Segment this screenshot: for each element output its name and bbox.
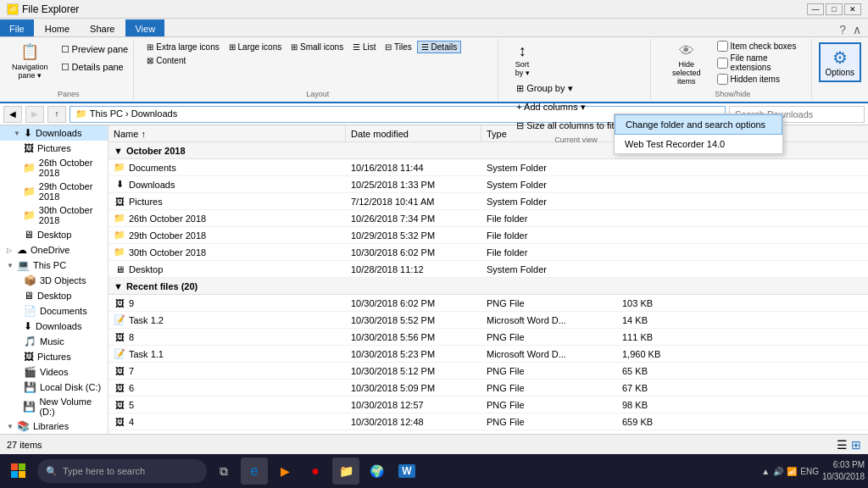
tray-expand-icon[interactable]: ▲ xyxy=(761,467,770,476)
taskbar-vlc-button[interactable]: ▶ xyxy=(271,458,298,485)
taskbar-word-button[interactable]: W xyxy=(393,458,420,485)
sidebar-item-documents[interactable]: 📄 Documents xyxy=(0,303,108,319)
file-type: PNG File xyxy=(481,366,617,376)
sidebar-item-26oct[interactable]: 📁 26th October 2018 xyxy=(0,156,108,180)
tab-share[interactable]: Share xyxy=(81,19,124,36)
sidebar-item-3dobjects[interactable]: 📦 3D Objects xyxy=(0,273,108,288)
tiles-button[interactable]: ⊟ Tiles xyxy=(381,41,415,53)
sidebar-item-localc[interactable]: 💾 Local Disk (C:) xyxy=(0,380,108,395)
svg-rect-1 xyxy=(19,463,25,470)
task-view-button[interactable]: ⧉ xyxy=(210,458,237,485)
table-row[interactable]: 🖼8 10/30/2018 5:56 PM PNG File 111 KB xyxy=(108,329,868,346)
table-row[interactable]: 📁26th October 2018 10/26/2018 7:34 PM Fi… xyxy=(108,210,868,227)
volume-icon[interactable]: 🔊 xyxy=(773,467,783,476)
tab-file[interactable]: File xyxy=(0,19,34,36)
preview-pane-button[interactable]: ☐ Preview pane xyxy=(55,41,135,58)
minimize-button[interactable]: — xyxy=(807,3,824,15)
table-row[interactable]: 🖼5 10/30/2018 12:57 PNG File 98 KB xyxy=(108,396,868,413)
sidebar-item-videos[interactable]: 🎬 Videos xyxy=(0,364,108,380)
table-row[interactable]: 🖼3 10/30/2018 12:47 PNG File 40 KB xyxy=(108,430,868,434)
table-row[interactable]: 🖼9 10/30/2018 6:02 PM PNG File 103 KB xyxy=(108,295,868,312)
list-button[interactable]: ☰ List xyxy=(348,41,380,53)
taskbar-edge-button[interactable]: e xyxy=(241,458,268,485)
file-size: 111 KB xyxy=(617,332,702,342)
details-pane-button[interactable]: ☐ Details pane xyxy=(55,58,135,75)
table-row[interactable]: 📁30th October 2018 10/30/2018 6:02 PM Fi… xyxy=(108,244,868,261)
table-row[interactable]: 🖼7 10/30/2018 5:12 PM PNG File 65 KB xyxy=(108,363,868,380)
sidebar-item-downloads[interactable]: ▼ ⬇ Downloads xyxy=(0,125,108,141)
sidebar-item-29oct[interactable]: 📁 29th October 2018 xyxy=(0,180,108,203)
file-name-extensions-checkbox[interactable] xyxy=(717,58,728,69)
sidebar-item-desktop[interactable]: 🖥 Desktop xyxy=(0,288,108,303)
taskbar-chrome-button[interactable]: 🌍 xyxy=(363,458,390,485)
file-modified: 10/30/2018 12:47 xyxy=(346,434,481,435)
file-modified: 10/28/2018 11:12 xyxy=(346,264,481,274)
table-row[interactable]: 📝Task 1.1 10/30/2018 5:23 PM Microsoft W… xyxy=(108,346,868,363)
small-icons-button[interactable]: ⊞ Small icons xyxy=(287,41,348,53)
sidebar-item-libraries[interactable]: ▼ 📚 Libraries xyxy=(0,419,108,434)
table-row[interactable]: 📝Task 1.2 10/30/2018 5:52 PM Microsoft W… xyxy=(108,312,868,329)
list-view-button[interactable]: ☰ xyxy=(837,438,848,452)
file-modified: 10/30/2018 12:48 xyxy=(346,417,481,427)
group-by-button[interactable]: ⊞ Group by ▾ xyxy=(510,80,620,97)
table-row[interactable]: 📁Documents 10/16/2018 11:44 System Folde… xyxy=(108,159,868,176)
sort-by-button[interactable]: ↕ Sortby ▾ xyxy=(507,41,537,79)
file-modified: 10/30/2018 5:52 PM xyxy=(346,315,481,325)
help-button[interactable]: ? xyxy=(839,23,846,36)
documents-icon: 📄 xyxy=(24,305,36,317)
file-name-extensions-toggle[interactable]: File name extensions xyxy=(717,53,806,72)
forward-button[interactable]: ▶ xyxy=(25,106,44,123)
nav-pane-button[interactable]: 📋 Navigationpane ▾ xyxy=(8,41,52,81)
add-columns-button[interactable]: + Add columns ▾ xyxy=(510,98,620,115)
taskbar-app1-button[interactable]: ● xyxy=(302,458,329,485)
sidebar-item-pictures2[interactable]: 🖼 Pictures xyxy=(0,349,108,364)
start-button[interactable] xyxy=(3,456,34,486)
sidebar-item-newvol[interactable]: 💾 New Volume (D:) xyxy=(0,395,108,419)
sidebar-item-pictures[interactable]: 🖼 Pictures xyxy=(0,141,108,156)
tab-home[interactable]: Home xyxy=(36,19,79,36)
taskbar-explorer-button[interactable]: 📁 xyxy=(332,458,359,485)
table-row[interactable]: 🖼Pictures 7/12/2018 10:41 AM System Fold… xyxy=(108,193,868,210)
taskbar: 🔍 Type here to search ⧉ e ▶ ● 📁 🌍 W ▲ 🔊 … xyxy=(0,454,868,488)
up-button[interactable]: ↑ xyxy=(47,106,66,123)
options-button[interactable]: ⚙ Options xyxy=(819,42,861,82)
hidden-items-checkbox[interactable] xyxy=(717,74,728,85)
tab-view[interactable]: View xyxy=(125,19,164,36)
section-recent-files[interactable]: ▼ Recent files (20) xyxy=(108,278,868,295)
web-test-recorder-item[interactable]: Web Test Recorder 14.0 xyxy=(615,135,782,153)
table-row[interactable]: 🖼4 10/30/2018 12:48 PNG File 659 KB xyxy=(108,413,868,430)
table-row[interactable]: 📁29th October 2018 10/29/2018 5:32 PM Fi… xyxy=(108,227,868,244)
sidebar-item-onedrive[interactable]: ▷ ☁ OneDrive xyxy=(0,242,108,258)
sidebar-item-desktop-top[interactable]: 🖥 Desktop xyxy=(0,227,108,242)
change-folder-search-options-item[interactable]: Change folder and search options xyxy=(615,114,782,135)
size-all-columns-button[interactable]: ⊟ Size all columns to fit xyxy=(510,117,620,134)
hidden-items-toggle[interactable]: Hidden items xyxy=(717,74,806,85)
taskbar-search[interactable]: 🔍 Type here to search xyxy=(37,459,207,483)
col-header-modified[interactable]: Date modified xyxy=(346,125,481,141)
sidebar-item-thispc[interactable]: ▼ 💻 This PC xyxy=(0,258,108,273)
expand-ribbon-button[interactable]: ∧ xyxy=(853,23,861,36)
sidebar-item-30oct[interactable]: 📁 30th October 2018 xyxy=(0,203,108,227)
close-button[interactable]: ✕ xyxy=(844,3,861,15)
table-row[interactable]: ⬇Downloads 10/25/2018 1:33 PM System Fol… xyxy=(108,176,868,193)
back-button[interactable]: ◀ xyxy=(3,106,22,123)
sidebar-item-music[interactable]: 🎵 Music xyxy=(0,334,108,349)
hide-selected-button[interactable]: 👁 Hide selecteditems xyxy=(659,41,714,87)
file-type: PNG File xyxy=(481,417,617,427)
content-button[interactable]: ⊠ Content xyxy=(142,54,190,67)
taskbar-clock[interactable]: 6:03 PM 10/30/2018 xyxy=(822,459,865,483)
file-name: 📁30th October 2018 xyxy=(108,247,346,258)
folder-icon: 📁 xyxy=(114,213,125,225)
grid-view-button[interactable]: ⊞ xyxy=(851,438,861,452)
table-row[interactable]: 🖥Desktop 10/28/2018 11:12 System Folder xyxy=(108,261,868,278)
maximize-button[interactable]: □ xyxy=(826,3,843,15)
large-icons-button[interactable]: ⊞ Large icons xyxy=(225,41,286,53)
details-button[interactable]: ☰ Details xyxy=(417,41,461,53)
item-checkboxes-toggle[interactable]: Item check boxes xyxy=(717,41,806,52)
network-icon[interactable]: 📶 xyxy=(787,467,797,476)
extra-large-icons-button[interactable]: ⊞ Extra large icons xyxy=(142,41,223,53)
table-row[interactable]: 🖼6 10/30/2018 5:09 PM PNG File 67 KB xyxy=(108,380,868,396)
item-checkboxes-checkbox[interactable] xyxy=(717,41,728,52)
sidebar-item-downloads2[interactable]: ⬇ Downloads xyxy=(0,319,108,334)
col-header-name[interactable]: Name ↑ xyxy=(108,125,346,141)
